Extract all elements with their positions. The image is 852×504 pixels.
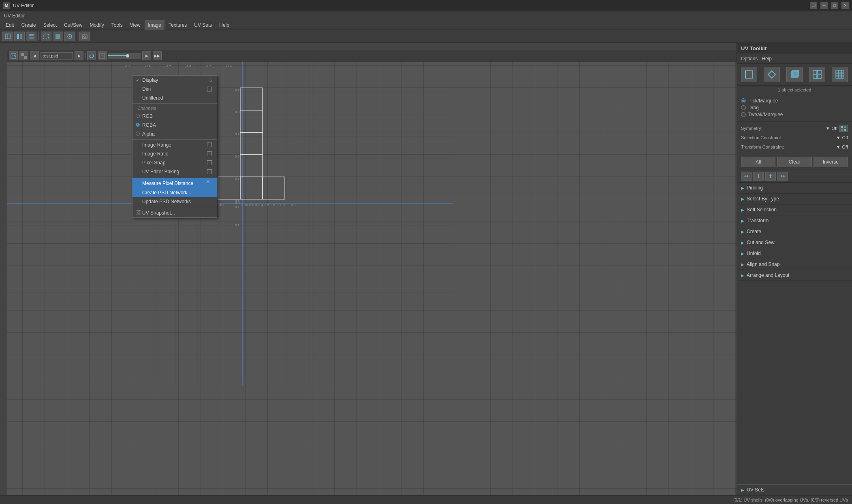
create-psd-check-empty: ✓	[136, 190, 142, 196]
menu-modify[interactable]: Modify	[86, 20, 107, 30]
menu-select[interactable]: Select	[40, 20, 60, 30]
canvas-btn-zoom-right[interactable]: ▶▶	[153, 51, 162, 60]
dropdown-image-ratio[interactable]: ✓ Image Ratio	[132, 149, 217, 158]
zoom-slider[interactable]	[108, 53, 141, 59]
layout-icon-2[interactable]	[753, 172, 764, 181]
canvas-filename-input[interactable]	[41, 52, 73, 60]
radio-pick-marquee[interactable]	[741, 98, 746, 103]
svg-text:-1.4: -1.4	[226, 64, 232, 68]
shape-btn-grid-9[interactable]	[832, 67, 848, 82]
layout-icon-4[interactable]	[777, 172, 788, 181]
svg-rect-94	[841, 70, 844, 73]
uv-sets-header[interactable]: ▶ UV Sets	[737, 485, 852, 495]
maximize-button[interactable]: □	[831, 2, 838, 9]
menu-view[interactable]: View	[127, 20, 144, 30]
shape-btn-cube[interactable]	[786, 67, 803, 82]
canvas-btn-zoom-plus[interactable]: ▶	[142, 51, 151, 60]
svg-point-9	[69, 36, 70, 37]
dropdown-update-psd[interactable]: ✓ Update PSD Networks	[132, 197, 217, 206]
inverse-button[interactable]: Inverse	[814, 157, 848, 167]
symmetry-dropdown-arrow: ▼	[826, 126, 830, 131]
toolkit-menu-options[interactable]: Options	[741, 56, 758, 62]
all-button[interactable]: All	[741, 157, 775, 167]
canvas-btn-arrow-right[interactable]: ▶	[75, 51, 83, 60]
dropdown-pixel-snap[interactable]: ✓ Pixel Snap	[132, 158, 217, 167]
shape-buttons	[737, 64, 852, 86]
svg-rect-99	[839, 76, 841, 79]
canvas-btn-zoom[interactable]	[98, 51, 107, 60]
toolbar-camera[interactable]	[79, 32, 90, 41]
menu-edit[interactable]: Edit	[2, 20, 17, 30]
shape-btn-square-outline[interactable]	[741, 67, 757, 82]
constraint-section: Symmetry: ▼ Off Selection Constraint: ▼ …	[737, 121, 852, 154]
dropdown-dim[interactable]: ✓ Dim	[132, 85, 217, 94]
toolbar-btn-1[interactable]	[2, 32, 13, 41]
minimize-button[interactable]: ─	[820, 2, 828, 9]
toolbar-btn-3[interactable]	[26, 32, 36, 41]
section-soft-selection-header[interactable]: ▶ Soft Selection	[737, 204, 852, 215]
section-arrange-and-layout-title: Arrange and Layout	[747, 272, 789, 278]
menubar: Edit Create Select Cut/Sew Modify Tools …	[0, 20, 852, 30]
section-select-by-type-header[interactable]: ▶ Select By Type	[737, 194, 852, 204]
svg-text:0.6: 0.6	[271, 203, 275, 207]
section-transform-header[interactable]: ▶ Transform	[737, 215, 852, 226]
dropdown-alpha[interactable]: Alpha	[132, 130, 217, 138]
image-range-checkbox[interactable]	[207, 142, 212, 147]
menu-textures[interactable]: Textures	[165, 20, 190, 30]
canvas-btn-image[interactable]	[9, 51, 18, 60]
dropdown-measure-pixel[interactable]: ✓ Measure Pixel Distance	[132, 178, 217, 188]
menu-image[interactable]: Image	[145, 20, 164, 30]
section-cut-and-sew-title: Cut and Sew	[747, 240, 775, 245]
canvas-btn-checker[interactable]	[19, 51, 28, 60]
menu-uvsets[interactable]: UV Sets	[191, 20, 215, 30]
svg-rect-103	[841, 129, 843, 131]
toolkit-menu-help[interactable]: Help	[762, 56, 772, 62]
toolbar-btn-2[interactable]	[14, 32, 25, 41]
uv-canvas[interactable]: // Ruler ticks drawn inline ◀	[0, 43, 737, 495]
layout-icon-3[interactable]	[765, 172, 776, 181]
menu-help[interactable]: Help	[216, 20, 233, 30]
section-pinning-header[interactable]: ▶ Pinning	[737, 183, 852, 193]
menu-tools[interactable]: Tools	[108, 20, 126, 30]
section-cut-and-sew-header[interactable]: ▶ Cut and Sew	[737, 237, 852, 248]
toolbar-btn-4[interactable]	[41, 32, 51, 41]
menu-cutsew[interactable]: Cut/Sew	[61, 20, 85, 30]
dropdown-create-psd[interactable]: ✓ Create PSD Network...	[132, 188, 217, 197]
layout-icon-1[interactable]	[741, 172, 752, 181]
dropdown-rgb[interactable]: RGB	[132, 112, 217, 121]
dropdown-rgba[interactable]: RGBA	[132, 121, 217, 130]
image-ratio-checkbox[interactable]	[207, 151, 212, 156]
toolbar-btn-5[interactable]	[53, 32, 63, 41]
svg-marker-81	[768, 71, 775, 78]
radio-drag[interactable]	[741, 105, 746, 110]
toolbar-btn-6[interactable]	[64, 32, 75, 41]
uv-baking-checkbox[interactable]	[207, 169, 212, 174]
clear-button[interactable]: Clear	[777, 157, 811, 167]
dim-checkbox[interactable]	[207, 87, 212, 91]
dropdown-uv-editor-baking[interactable]: ✓ UV Editor Baking	[132, 167, 217, 176]
close-button[interactable]: ✕	[841, 2, 849, 9]
shape-btn-diamond[interactable]	[764, 67, 780, 82]
svg-rect-2	[17, 34, 19, 39]
svg-text:0.6: 0.6	[235, 155, 240, 158]
symmetry-grid-btn[interactable]	[839, 125, 848, 132]
section-arrange-and-layout-header[interactable]: ▶ Arrange and Layout	[737, 270, 852, 281]
menu-create[interactable]: Create	[18, 20, 39, 30]
symmetry-value-text: Off	[832, 126, 837, 131]
canvas-btn-reload[interactable]	[87, 51, 96, 60]
dropdown-unfiltered[interactable]: ✓ Unfiltered	[132, 94, 217, 102]
shape-btn-grid-4[interactable]	[809, 67, 825, 82]
dropdown-uv-snapshot[interactable]: UV Snapshot...	[132, 208, 217, 217]
pixel-snap-checkbox[interactable]	[207, 160, 212, 165]
radio-tweak-marquee[interactable]	[741, 112, 746, 117]
section-create-header[interactable]: ▶ Create	[737, 226, 852, 237]
dropdown-image-range[interactable]: ✓ Image Range	[132, 140, 217, 149]
svg-rect-47	[240, 88, 263, 110]
section-unfold-header[interactable]: ▶ Unfold	[737, 248, 852, 259]
dropdown-display[interactable]: ✓ Display 6	[132, 76, 217, 85]
section-align-and-snap-header[interactable]: ▶ Align and Snap	[737, 259, 852, 270]
canvas-btn-arrow-left[interactable]: ◀	[30, 51, 39, 60]
restore-button[interactable]: ❐	[810, 2, 817, 9]
dropdown-rgba-label: RGBA	[142, 122, 212, 128]
svg-rect-90	[813, 75, 817, 79]
